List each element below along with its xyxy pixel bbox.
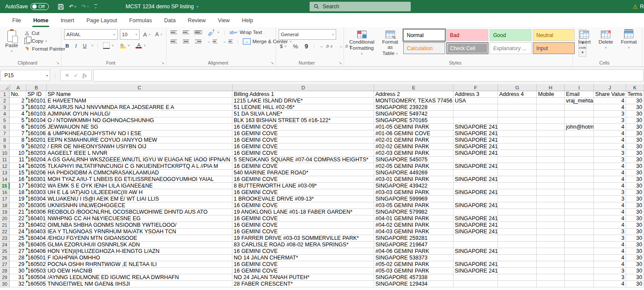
cell-H27[interactable] xyxy=(537,261,565,268)
cell-I16[interactable] xyxy=(565,189,594,196)
cell-H21[interactable] xyxy=(537,222,565,229)
cell-B6[interactable]: 160105 xyxy=(26,124,46,130)
cell-C14[interactable]: MOH TYAZ A/IU-T LNBEIS EG ET/LISSRENAEOG… xyxy=(46,176,232,183)
cell-A9[interactable]: 9 xyxy=(10,143,26,150)
cell-E23[interactable]: SINGAPORE 259281 xyxy=(374,235,453,242)
cell-G4[interactable] xyxy=(498,111,537,117)
cell-I24[interactable] xyxy=(565,242,594,248)
cell-G3[interactable] xyxy=(498,104,537,111)
cell-E19[interactable]: SINGAPORE 579982 xyxy=(374,209,453,215)
cell-E17[interactable]: SINGAPORE 599969 xyxy=(374,196,453,202)
cell-K30[interactable]: 30 xyxy=(626,281,644,287)
cell-K24[interactable]: 30 xyxy=(626,242,644,248)
tab-view[interactable]: View xyxy=(212,14,236,27)
row-header-13[interactable]: 13 xyxy=(0,170,10,176)
cell-J15[interactable]: 4 xyxy=(594,183,626,189)
cell-D17[interactable]: 1 BROOKEVALE DRIVE #09-13* xyxy=(232,196,374,202)
cell-I4[interactable] xyxy=(565,111,594,117)
cell-J18[interactable]: 4 xyxy=(594,202,626,209)
cell-K29[interactable]: 30 xyxy=(626,274,644,281)
tab-review[interactable]: Review xyxy=(182,14,212,27)
cell-B7[interactable]: 160106 xyxy=(26,130,46,137)
cell-J21[interactable]: 4 xyxy=(594,222,626,229)
cell-E18[interactable]: #03-05 GEMINI PARK xyxy=(374,202,453,209)
cell-F17[interactable] xyxy=(453,196,498,202)
cancel-entry-button[interactable]: ✕ xyxy=(65,72,69,78)
cell-J13[interactable]: 4 xyxy=(594,170,626,176)
cell-B25[interactable]: 160406 xyxy=(26,248,46,255)
cell-C21[interactable]: OIMLNBA SHBHA GONMS NSIOONB YWTIELOOO/ xyxy=(46,222,232,229)
cell-K23[interactable]: 30 xyxy=(626,235,644,242)
cell-H22[interactable] xyxy=(537,229,565,235)
cell-H28[interactable] xyxy=(537,268,565,274)
row-header-3[interactable]: 3 xyxy=(0,104,10,111)
cell-D7[interactable]: 16 GEMINI COVE xyxy=(232,130,374,137)
column-header-F[interactable]: F xyxy=(453,84,498,91)
formula-input[interactable] xyxy=(93,69,644,82)
cell-G24[interactable] xyxy=(498,242,537,248)
cell-H24[interactable] xyxy=(537,242,565,248)
tab-page-layout[interactable]: Page Layout xyxy=(80,14,123,27)
style-chip-check-cell[interactable]: Check Cell xyxy=(446,42,488,54)
cell-A23[interactable]: 25 xyxy=(10,235,26,242)
row-header-12[interactable]: 12 xyxy=(0,163,10,170)
cell-F26[interactable] xyxy=(453,255,498,261)
cell-A20[interactable]: 22 xyxy=(10,215,26,222)
cell-G17[interactable] xyxy=(498,196,537,202)
cell-F27[interactable]: SINGAPORE 241563 xyxy=(453,261,498,268)
cell-F30[interactable] xyxy=(453,281,498,287)
cell-C15[interactable]: WA EMK S E OYK IENH LILA IGANEE&NE xyxy=(46,183,232,189)
align-left-button[interactable] xyxy=(169,39,178,44)
cell-E12[interactable]: #02-05 GEMINI PARK xyxy=(374,163,453,170)
cell-B27[interactable]: 160502 xyxy=(26,261,46,268)
cell-E7[interactable]: #01-06 GEMINI COVE xyxy=(374,130,453,137)
cell-A14[interactable]: 16 xyxy=(10,176,26,183)
cell-C11[interactable]: A GS GAALRNH WKSZGEEE,WNUTL IGYU W EUAGA… xyxy=(46,157,232,163)
style-chip-normal[interactable]: Normal xyxy=(403,29,445,41)
cell-E5[interactable]: SINGAPORE 570165 xyxy=(374,117,453,124)
cell-D3[interactable]: 51 LEONIE HILL #02-05* xyxy=(232,104,374,111)
align-middle-button[interactable] xyxy=(181,30,191,35)
cell-F14[interactable]: SINGAPORE 241563 xyxy=(453,176,498,183)
cell-A2[interactable]: 2 xyxy=(10,98,26,104)
cell-J17[interactable]: 3 xyxy=(594,196,626,202)
cell-J25[interactable]: 4 xyxy=(594,248,626,255)
cell-C29[interactable]: /AYNNG LEDLMONE ED IGUWIC RELAA DWRHAFN xyxy=(46,274,232,281)
cell-H10[interactable] xyxy=(537,150,565,157)
cell-B23[interactable]: 160404 xyxy=(26,235,46,242)
cell-F16[interactable]: SINGAPORE 241563 xyxy=(453,189,498,196)
insert-function-button[interactable]: fx xyxy=(82,72,87,79)
cell-A26[interactable]: 28 xyxy=(10,255,26,261)
align-bottom-button[interactable] xyxy=(194,30,203,35)
cell-G15[interactable] xyxy=(498,183,537,189)
tab-formulas[interactable]: Formulas xyxy=(123,14,158,27)
cell-A12[interactable]: 14 xyxy=(10,163,26,170)
cell-C24[interactable]: GLMA EZOR/UHUII OSNNRLSK ADN xyxy=(46,242,232,248)
cell-E24[interactable]: SINGAPORE 219647 xyxy=(374,242,453,248)
cell-K4[interactable]: 30 xyxy=(626,111,644,117)
cell-A11[interactable]: 11 xyxy=(10,157,26,163)
cell-A24[interactable]: 26 xyxy=(10,242,26,248)
cell-A5[interactable]: 5 xyxy=(10,117,26,124)
underline-button[interactable]: U xyxy=(82,43,88,49)
cell-J2[interactable]: 4 xyxy=(594,98,626,104)
cell-D2[interactable]: 1215 LAKE ISLAND DRIVE* xyxy=(232,98,374,104)
cell-J19[interactable]: 4 xyxy=(594,209,626,215)
font-size-select[interactable]: 10 ˅ xyxy=(120,29,140,40)
row-header-22[interactable]: 22 xyxy=(0,229,10,235)
cell-F1[interactable]: Address 3 xyxy=(453,91,498,98)
cell-A6[interactable]: 6 xyxy=(10,124,26,130)
cell-I8[interactable] xyxy=(565,137,594,143)
cell-B3[interactable]: 160102 xyxy=(26,104,46,111)
cell-E15[interactable]: SINGAPORE 439422 xyxy=(374,183,453,189)
cell-J6[interactable]: 4 xyxy=(594,124,626,130)
cell-I2[interactable]: vraj_mehta@ xyxy=(565,98,594,104)
cell-G29[interactable] xyxy=(498,274,537,281)
cell-H9[interactable] xyxy=(537,143,565,150)
cell-G5[interactable] xyxy=(498,117,537,124)
font-dialog-launcher[interactable]: ↘ xyxy=(161,61,164,65)
row-header-30[interactable]: 30 xyxy=(0,281,10,287)
row-header-9[interactable]: 9 xyxy=(0,143,10,150)
tab-insert[interactable]: Insert xyxy=(55,14,80,27)
row-header-18[interactable]: 18 xyxy=(0,202,10,209)
